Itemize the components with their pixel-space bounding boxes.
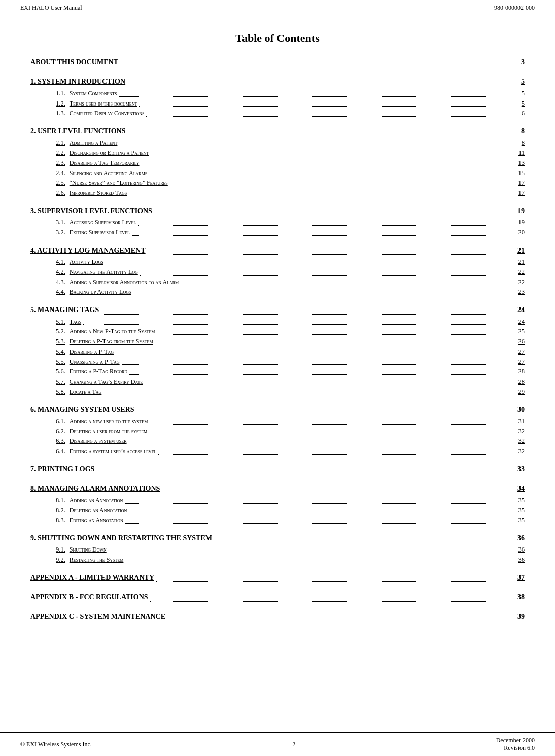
toc-sub-page: 35 (518, 516, 525, 525)
toc-sub-num: 2.1. (56, 138, 65, 148)
toc-entry-page: 5 (521, 76, 525, 87)
toc-entry-label: 4. ACTIVITY LOG MANAGEMENT (30, 245, 146, 256)
toc-sub-label: Restarting the System (70, 555, 124, 565)
toc-sub-num: 2.2. (56, 148, 65, 158)
toc-dots (136, 403, 515, 414)
toc-entry-label: APPENDIX C - SYSTEM MAINTENANCE (30, 611, 165, 623)
toc-sub-label: Computer Display Conventions (70, 109, 145, 118)
toc-sub-entry[interactable]: 1.3.Computer Display Conventions6 (56, 109, 525, 118)
toc-section: ABOUT THIS DOCUMENT3 (30, 57, 525, 74)
toc-sub-page: 36 (518, 555, 525, 565)
toc-entry-label: ABOUT THIS DOCUMENT (30, 57, 118, 68)
toc-dots (157, 325, 516, 335)
toc-sub-label: Tags (70, 317, 81, 327)
toc-main-entry[interactable]: 7. PRINTING LOGS33 (30, 464, 525, 475)
toc-sub-label: Activity Logs (70, 257, 103, 267)
toc-dots (129, 504, 516, 514)
toc-sub-label: Improperly Stored Tags (70, 188, 127, 198)
toc-main-entry[interactable]: 1. SYSTEM INTRODUCTION5 (30, 76, 525, 87)
toc-entry-label: 6. MANAGING SYSTEM USERS (30, 404, 134, 416)
toc-section: 6. MANAGING SYSTEM USERS306.1.Adding a n… (30, 404, 525, 462)
header-left: EXI HALO User Manual (20, 4, 82, 12)
toc-sub-entry[interactable]: 4.4.Backing up Activity Logs23 (56, 287, 525, 297)
toc-dots (116, 346, 516, 355)
toc-sub-num: 3.2. (56, 228, 65, 237)
spacer (30, 624, 525, 629)
toc-main-entry[interactable]: 6. MANAGING SYSTEM USERS30 (30, 404, 525, 416)
toc-sub-page: 6 (522, 109, 525, 118)
page: EXI HALO User Manual 980-000002-000 Tabl… (0, 0, 555, 756)
toc-dots (119, 87, 519, 97)
toc-sub-entry[interactable]: 5.8.Locate a Tag29 (56, 387, 525, 397)
toc-main-entry[interactable]: APPENDIX A - LIMITED WARRANTY37 (30, 572, 525, 583)
toc-entry-label: 5. MANAGING TAGS (30, 304, 99, 316)
toc-sub-num: 9.2. (56, 555, 65, 565)
toc-main-entry[interactable]: 2. USER LEVEL FUNCTIONS8 (30, 126, 525, 137)
toc-sub-num: 5.7. (56, 377, 65, 387)
toc-main-entry[interactable]: ABOUT THIS DOCUMENT3 (30, 57, 525, 68)
toc-sub-page: 29 (518, 387, 525, 397)
toc-sub-label: System Components (70, 89, 117, 98)
toc-sub-page: 21 (518, 257, 525, 267)
toc-sub-num: 8.1. (56, 496, 65, 505)
toc-dots (139, 97, 519, 107)
toc-entry-page: 19 (517, 205, 525, 217)
toc-entry-page: 8 (521, 126, 525, 137)
toc-dots (128, 124, 519, 135)
toc-sub-entry[interactable]: 2.6.Improperly Stored Tags17 (56, 188, 525, 198)
toc-sub-page: 32 (518, 427, 525, 436)
toc-dots (149, 167, 516, 177)
toc-sub-page: 24 (518, 317, 525, 327)
toc-sub-label: Adding an Annotation (70, 496, 123, 505)
toc-dots (156, 571, 515, 582)
toc-entry-page: 21 (517, 245, 525, 256)
toc-sub-num: 2.5. (56, 178, 65, 188)
toc-main-entry[interactable]: 8. MANAGING ALARM ANNOTATIONS34 (30, 483, 525, 494)
toc-sub-num: 5.5. (56, 357, 65, 367)
toc-sub-num: 6.2. (56, 427, 65, 436)
toc-main-entry[interactable]: 4. ACTIVITY LOG MANAGEMENT21 (30, 245, 525, 256)
toc-dots (129, 435, 516, 444)
toc-sub-page: 26 (518, 337, 525, 347)
toc-sub-entry[interactable]: 8.3.Editing an Annotation35 (56, 516, 525, 525)
toc-dots (101, 303, 515, 314)
toc-dots (162, 482, 515, 493)
toc-main-entry[interactable]: 9. SHUTTING DOWN AND RESTARTING THE SYST… (30, 533, 525, 544)
toc-dots (158, 445, 516, 455)
toc-dots (103, 386, 516, 395)
spacer (30, 119, 525, 124)
toc-entry-label: 8. MANAGING ALARM ANNOTATIONS (30, 483, 160, 494)
toc-entry-label: 2. USER LEVEL FUNCTIONS (30, 126, 126, 137)
toc-section: 4. ACTIVITY LOG MANAGEMENT214.1.Activity… (30, 245, 525, 302)
toc-sub-num: 2.6. (56, 188, 65, 198)
toc-main-entry[interactable]: 3. SUPERVISOR LEVEL FUNCTIONS19 (30, 205, 525, 217)
toc-sub-page: 35 (518, 506, 525, 516)
toc-sub-entry[interactable]: 3.2.Exiting Supervisor Level20 (56, 228, 525, 237)
toc-section: 1. SYSTEM INTRODUCTION51.1.System Compon… (30, 76, 525, 124)
toc-sub-label: Adding a new user to the system (70, 417, 148, 426)
toc-entry-label: APPENDIX A - LIMITED WARRANTY (30, 572, 154, 583)
toc-sub-num: 1.2. (56, 99, 65, 109)
toc-main-entry[interactable]: APPENDIX C - SYSTEM MAINTENANCE39 (30, 611, 525, 623)
toc-sub-num: 9.1. (56, 545, 65, 555)
toc-sub-num: 5.3. (56, 337, 65, 347)
toc-sub-entry[interactable]: 6.4.Editing a system user’s access level… (56, 446, 525, 456)
toc-sub-label: Editing a P-Tag Record (70, 367, 127, 376)
toc-sub-entry[interactable]: 9.2.Restarting the System36 (56, 555, 525, 565)
toc-sub-num: 5.8. (56, 387, 65, 397)
toc-dots (129, 365, 516, 375)
spacer (30, 69, 525, 74)
toc-sub-num: 4.3. (56, 278, 65, 287)
toc-sub-label: Shutting Down (70, 545, 107, 555)
toc-dots (127, 75, 519, 86)
spacer (30, 457, 525, 462)
toc-sub-page: 8 (522, 138, 525, 148)
toc-entry-label: APPENDIX B - FCC REGULATIONS (30, 592, 148, 603)
toc-main-entry[interactable]: 5. MANAGING TAGS24 (30, 304, 525, 316)
spacer (30, 397, 525, 402)
toc-dots (142, 157, 516, 166)
toc-sub-num: 5.1. (56, 317, 65, 327)
spacer (30, 604, 525, 609)
toc-main-entry[interactable]: APPENDIX B - FCC REGULATIONS38 (30, 592, 525, 603)
toc-dots (150, 590, 515, 601)
